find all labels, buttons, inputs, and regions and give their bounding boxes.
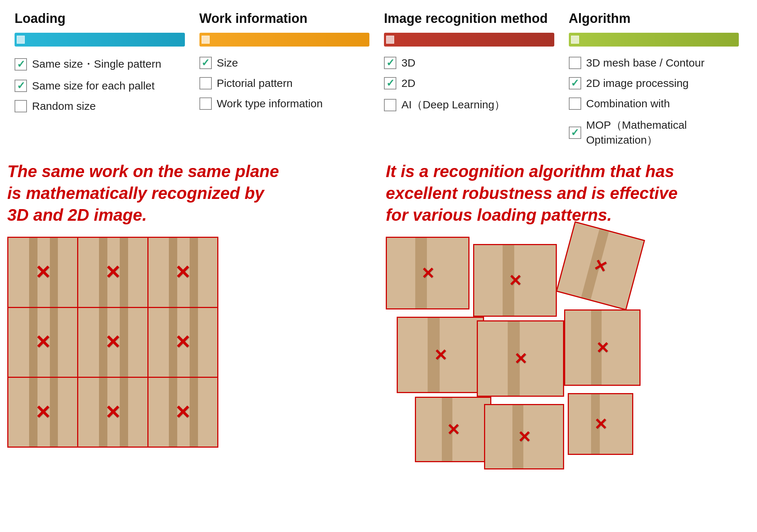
bar-indicator-image-recognition: [386, 36, 394, 44]
bar-work-info: [199, 33, 370, 47]
checkbox-icon-3d[interactable]: [384, 57, 396, 69]
red-x-r2c2: ✕: [105, 331, 121, 353]
box-cell-r2c3: ✕: [148, 308, 217, 377]
checkbox-label-pictorial: Pictorial pattern: [217, 77, 293, 89]
checkbox-icon-2d[interactable]: [384, 77, 396, 89]
bar-indicator-work-info: [202, 36, 210, 44]
red-x-s7: ✕: [447, 420, 460, 439]
checkbox-label-3d-mesh: 3D mesh base / Contour: [586, 57, 705, 69]
bar-loading: [15, 33, 185, 47]
checkbox-label-ai-deep: AI（Deep Learning）: [401, 97, 505, 112]
bar-image-recognition: [384, 33, 554, 47]
red-x-r3c1: ✕: [35, 401, 51, 423]
column-image-recognition: Image recognition method 3D 2D AI（Deep L…: [377, 11, 562, 150]
scattered-box-7: ✕: [415, 397, 491, 462]
column-algorithm: Algorithm 3D mesh base / Contour 2D imag…: [562, 11, 746, 150]
box-cell-r3c1: ✕: [8, 378, 77, 447]
bar-algorithm: [569, 33, 739, 47]
checkbox-3d[interactable]: 3D: [384, 57, 554, 69]
left-caption: The same work on the same plane is mathe…: [7, 161, 279, 226]
scattered-box-1: ✕: [386, 237, 469, 309]
red-x-s2: ✕: [508, 271, 522, 290]
checkbox-icon-ai-deep[interactable]: [384, 99, 396, 111]
red-x-r1c3: ✕: [175, 261, 191, 283]
checkbox-label-3d: 3D: [401, 57, 415, 69]
box-cell-r2c2: ✕: [78, 308, 147, 377]
checkbox-icon-3d-mesh[interactable]: [569, 57, 581, 69]
red-x-s5: ✕: [514, 349, 527, 368]
red-x-s4: ✕: [434, 346, 447, 364]
checkbox-combination[interactable]: Combination with: [569, 97, 739, 110]
col-title-algorithm: Algorithm: [569, 11, 739, 26]
right-caption: It is a recognition algorithm that has e…: [386, 161, 678, 226]
box-cell-r3c3: ✕: [148, 378, 217, 447]
checkbox-label-mop: MOP（Mathematical Optimization）: [586, 118, 739, 148]
checkbox-3d-mesh[interactable]: 3D mesh base / Contour: [569, 57, 739, 69]
red-x-s8: ✕: [518, 428, 531, 446]
scattered-box-9: ✕: [568, 393, 633, 455]
checkbox-icon-work-type[interactable]: [199, 97, 212, 110]
checkbox-label-size: Size: [217, 57, 238, 69]
checkbox-label-combination: Combination with: [586, 97, 670, 110]
box-cell-r1c1: ✕: [8, 238, 77, 307]
col-title-loading: Loading: [15, 11, 185, 26]
bottom-section: The same work on the same plane is mathe…: [0, 153, 757, 469]
red-x-r2c3: ✕: [175, 331, 191, 353]
red-x-r3c2: ✕: [105, 401, 121, 423]
checkbox-label-same-size-pallet: Same size for each pallet: [32, 80, 155, 92]
red-x-r3c3: ✕: [175, 401, 191, 423]
scattered-box-8: ✕: [484, 404, 564, 469]
checkbox-size[interactable]: Size: [199, 57, 370, 69]
scattered-box-6: ✕: [564, 309, 641, 386]
top-section: Loading Same size・Single pattern Same si…: [0, 0, 757, 153]
bottom-right-panel: It is a recognition algorithm that has e…: [386, 161, 750, 462]
col-title-work-info: Work information: [199, 11, 370, 26]
red-x-s9: ✕: [594, 415, 607, 433]
box-cell-r3c2: ✕: [78, 378, 147, 447]
checkbox-label-same-size-single: Same size・Single pattern: [32, 57, 161, 72]
checkbox-ai-deep[interactable]: AI（Deep Learning）: [384, 97, 554, 112]
scattered-box-2: ✕: [473, 244, 557, 317]
bar-indicator-algorithm: [571, 36, 579, 44]
checkbox-2d[interactable]: 2D: [384, 77, 554, 89]
column-work-info: Work information Size Pictorial pattern …: [192, 11, 377, 150]
scattered-box-5: ✕: [477, 320, 564, 397]
bar-indicator-loading: [17, 36, 25, 44]
checkbox-mop[interactable]: MOP（Mathematical Optimization）: [569, 118, 739, 148]
box-cell-r1c2: ✕: [78, 238, 147, 307]
checkbox-icon-mop[interactable]: [569, 127, 581, 139]
scattered-box-3: ✕: [556, 221, 645, 311]
checkbox-same-size-pallet[interactable]: Same size for each pallet: [15, 80, 185, 92]
red-x-r1c1: ✕: [35, 261, 51, 283]
checkbox-2d-image[interactable]: 2D image processing: [569, 77, 739, 89]
checkbox-pictorial[interactable]: Pictorial pattern: [199, 77, 370, 89]
box-cell-r2c1: ✕: [8, 308, 77, 377]
scattered-boxes: ✕ ✕ ✕ ✕ ✕ ✕ ✕: [386, 237, 641, 462]
checkbox-icon-2d-image[interactable]: [569, 77, 581, 89]
red-x-r1c2: ✕: [105, 261, 121, 283]
checkbox-icon-random-size[interactable]: [15, 100, 27, 112]
checkbox-label-2d: 2D: [401, 77, 415, 89]
box-cell-r1c3: ✕: [148, 238, 217, 307]
bottom-left-panel: The same work on the same plane is mathe…: [7, 161, 371, 462]
checkbox-label-work-type: Work type information: [217, 97, 323, 110]
checkbox-icon-pictorial[interactable]: [199, 77, 212, 89]
checkbox-same-size-single[interactable]: Same size・Single pattern: [15, 57, 185, 72]
checkbox-work-type[interactable]: Work type information: [199, 97, 370, 110]
red-x-s3: ✕: [592, 255, 610, 277]
checkbox-icon-same-size-single[interactable]: [15, 58, 27, 71]
checkbox-icon-same-size-pallet[interactable]: [15, 80, 27, 92]
column-loading: Loading Same size・Single pattern Same si…: [11, 11, 192, 150]
col-title-image-recognition: Image recognition method: [384, 11, 554, 26]
checkbox-icon-combination[interactable]: [569, 97, 581, 110]
red-x-s1: ✕: [421, 264, 435, 283]
checkbox-icon-size[interactable]: [199, 57, 212, 69]
scattered-box-4: ✕: [397, 317, 484, 393]
grid-boxes: ✕ ✕ ✕ ✕ ✕ ✕ ✕ ✕ ✕: [7, 237, 218, 448]
checkbox-label-random-size: Random size: [32, 100, 96, 112]
checkbox-random-size[interactable]: Random size: [15, 100, 185, 112]
red-x-r2c1: ✕: [35, 331, 51, 353]
red-x-s6: ✕: [596, 339, 609, 357]
checkbox-label-2d-image: 2D image processing: [586, 77, 689, 89]
